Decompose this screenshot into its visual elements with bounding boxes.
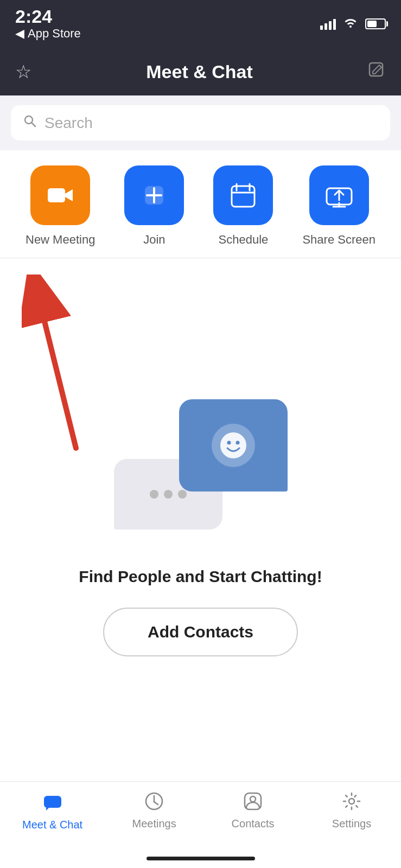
tab-settings[interactable]: Settings — [324, 792, 379, 830]
svg-rect-3 — [48, 188, 65, 202]
back-button[interactable]: ◀ App Store — [15, 27, 81, 41]
dot-2 — [164, 490, 173, 499]
search-section: Search — [0, 95, 401, 150]
back-chevron-icon: ◀ — [15, 27, 24, 41]
add-contacts-button[interactable]: Add Contacts — [103, 608, 298, 656]
tab-meet-chat[interactable]: Meet & Chat — [22, 792, 82, 831]
meetings-icon — [144, 792, 164, 813]
chat-illustration — [114, 399, 288, 540]
svg-point-19 — [227, 441, 231, 445]
svg-point-27 — [349, 799, 354, 804]
dot-1 — [150, 490, 158, 499]
new-meeting-button[interactable] — [30, 165, 90, 225]
tab-contacts-label: Contacts — [232, 818, 275, 830]
home-indicator — [147, 857, 255, 860]
contacts-icon — [243, 792, 263, 813]
blue-bubble — [179, 399, 288, 492]
svg-line-24 — [154, 802, 158, 805]
empty-state-heading: Find People and Start Chatting! — [79, 567, 322, 586]
battery-icon — [365, 18, 386, 29]
schedule-label: Schedule — [219, 233, 269, 247]
compose-icon[interactable] — [367, 61, 386, 83]
svg-line-2 — [32, 123, 36, 127]
app-title: Meet & Chat — [146, 61, 252, 82]
add-contacts-label: Add Contacts — [148, 623, 253, 641]
join-action[interactable]: Join — [124, 165, 184, 247]
dot-3 — [178, 490, 187, 499]
app-header: ☆ Meet & Chat — [0, 48, 401, 95]
new-meeting-label: New Meeting — [26, 233, 95, 247]
arrow-indicator — [22, 275, 87, 448]
signal-icon — [320, 18, 336, 30]
favorite-icon[interactable]: ☆ — [15, 61, 31, 82]
smiley-icon — [212, 424, 255, 467]
tab-meetings[interactable]: Meetings — [127, 792, 181, 830]
svg-point-20 — [235, 441, 239, 445]
actions-grid: New Meeting Join — [11, 165, 390, 247]
status-icons — [320, 16, 386, 31]
svg-rect-21 — [44, 796, 61, 808]
search-bar[interactable]: Search — [11, 105, 390, 141]
share-screen-action[interactable]: Share Screen — [302, 165, 375, 247]
share-screen-button[interactable] — [309, 165, 369, 225]
svg-point-18 — [220, 432, 246, 458]
schedule-action[interactable]: 19 Schedule — [213, 165, 273, 247]
search-icon — [23, 114, 37, 132]
settings-icon — [342, 792, 361, 813]
schedule-button[interactable]: 19 — [213, 165, 273, 225]
tab-meetings-label: Meetings — [132, 818, 176, 830]
back-label: App Store — [28, 27, 81, 41]
svg-rect-0 — [370, 63, 383, 76]
actions-section: New Meeting Join — [0, 150, 401, 258]
share-screen-label: Share Screen — [302, 233, 375, 247]
svg-line-17 — [37, 291, 76, 448]
tab-bar: Meet & Chat Meetings Contacts — [0, 781, 401, 868]
svg-text:19: 19 — [239, 194, 248, 203]
search-placeholder: Search — [44, 114, 93, 132]
main-content: Find People and Start Chatting! Add Cont… — [0, 258, 401, 656]
status-left: 2:24 ◀ App Store — [15, 7, 81, 41]
meet-chat-icon — [42, 792, 63, 814]
join-label: Join — [143, 233, 165, 247]
wifi-icon — [343, 16, 358, 31]
status-time: 2:24 — [15, 7, 81, 25]
svg-point-26 — [250, 796, 256, 802]
join-button[interactable] — [124, 165, 184, 225]
status-bar: 2:24 ◀ App Store — [0, 0, 401, 48]
new-meeting-action[interactable]: New Meeting — [26, 165, 95, 247]
tab-contacts[interactable]: Contacts — [226, 792, 280, 830]
tab-settings-label: Settings — [332, 818, 371, 830]
tab-meet-chat-label: Meet & Chat — [22, 819, 82, 831]
